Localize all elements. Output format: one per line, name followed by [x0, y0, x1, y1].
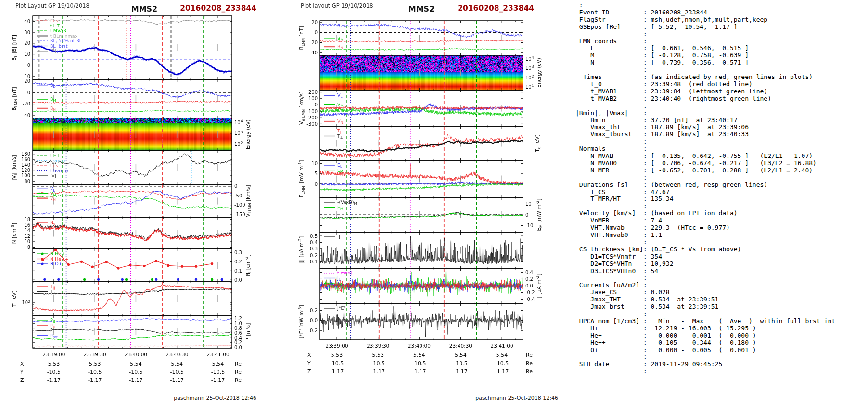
middle-footer: paschmann 25-Oct-2018 12:46 [475, 395, 558, 401]
middle-plot-canvas [289, 0, 568, 385]
left-plot-layout-label: Plot Layout GP 19/10/2018 [15, 2, 89, 9]
left-plot-column: Plot Layout GP 19/10/2018 MMS2 20160208_… [0, 0, 272, 405]
middle-plot-column: Plot layout GP 19/10/2018 MMS2 20160208_… [289, 0, 568, 405]
info-panel: : Event ID : 20160208_233844 FlagStr : m… [575, 2, 835, 375]
middle-plot-title: MMS2 [408, 4, 435, 13]
middle-event-id: 20160208_233844 [458, 4, 534, 13]
left-plot-title: MMS2 [131, 4, 158, 13]
middle-plot-layout-label: Plot layout GP 19/10/2018 [301, 2, 373, 9]
left-plot-canvas [0, 0, 272, 390]
left-event-id: 20160208_233844 [180, 4, 256, 13]
app: Plot Layout GP 19/10/2018 MMS2 20160208_… [0, 0, 868, 405]
left-footer: paschmann 25-Oct-2018 12:46 [174, 395, 256, 401]
